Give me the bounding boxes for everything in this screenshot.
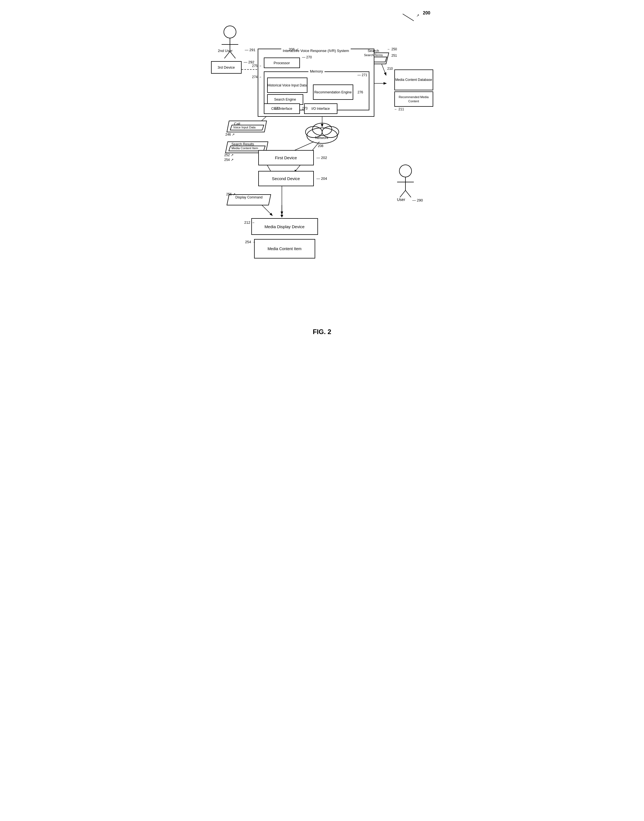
second-user-label: 2nd User (218, 49, 233, 53)
svg-line-9 (257, 200, 272, 215)
first-device-box: First Device (258, 150, 314, 165)
ref-254-mid: 254 ↗ (224, 158, 233, 162)
svg-point-19 (224, 26, 236, 38)
ref-292: — 292 (244, 60, 255, 64)
ref-250: ← 250 (387, 47, 397, 51)
ref-206: 206 ↙ (289, 47, 299, 51)
svg-line-17 (400, 191, 405, 197)
ref-270: — 270 (302, 55, 312, 59)
ref-252: 252 ↗ (224, 153, 233, 157)
voice-input-label: Voice Input Data (233, 126, 256, 129)
recommended-media-label: Recommended Media Content (395, 95, 433, 103)
ref-271: — 271 (357, 73, 367, 77)
ref-251: 251 (391, 54, 397, 57)
recommended-media-box: Recommended Media Content (394, 91, 433, 107)
second-device-box: Second Device (258, 171, 314, 186)
chat-interface-box: Chat Interface (264, 103, 300, 114)
third-device-box: 3rd Device (211, 61, 242, 74)
ref-291: — 291 (245, 48, 256, 52)
network-label: Network (315, 135, 328, 140)
search-results-label: Search Results (232, 142, 254, 146)
ref-210: 210 (387, 67, 393, 71)
processor-box: Processor (264, 57, 300, 68)
media-content-item-results-label: Media Content Item (232, 146, 258, 150)
ref-212: 212 → (244, 220, 255, 224)
display-command-label: Display Command (236, 195, 263, 199)
recommendation-engine-box: Recommendation Engine (313, 85, 353, 100)
svg-marker-36 (281, 215, 283, 218)
search-area: Search Search Terms ← 250 251 (358, 49, 389, 57)
historical-voice-box: Historical Voice Input Data (267, 78, 307, 93)
svg-line-0 (403, 14, 414, 21)
ref-274: 274 → (252, 75, 262, 79)
svg-line-18 (405, 191, 411, 197)
search-terms-label: Search Terms (358, 53, 389, 57)
ref-211: ← 211 (394, 107, 433, 111)
svg-line-6 (380, 61, 386, 75)
ref-204: — 204 (317, 177, 327, 181)
ref-200-arrow: ↗ (416, 13, 419, 17)
ref-273: 273 (302, 106, 308, 110)
search-label: Search (358, 49, 389, 53)
ref-254-bottom: 254 → (245, 240, 256, 244)
call-label: Call (234, 122, 240, 126)
ref-272: 272 (274, 106, 280, 110)
ref-276: 276 (358, 90, 363, 94)
user-label: User (397, 197, 405, 202)
diagram-container: 200 ↗ 2nd User — 291 3rd Device — 292 In… (203, 6, 442, 320)
ref-208: 208 (318, 144, 324, 148)
ref-275: 275 → (252, 64, 262, 68)
arrow-to-media-display (281, 205, 286, 218)
ref-256: 256 ↗ (226, 192, 236, 196)
figure-title: FIG. 2 (203, 328, 442, 336)
media-db-area: Media Content Database Recommended Media… (394, 69, 433, 111)
ref-202: — 202 (317, 156, 327, 160)
media-display-device-box: Media Display Device (251, 218, 318, 235)
ref-246: 246 ↗ (225, 132, 235, 137)
media-db-label: Media Content Database (395, 78, 432, 82)
svg-point-27 (313, 123, 332, 135)
ref-200: 200 (423, 11, 431, 15)
io-interface-box: I/O Interface (304, 103, 337, 114)
ref-290: — 290 (412, 198, 423, 202)
media-content-item-box: Media Content Item (254, 239, 315, 258)
media-db-box: Media Content Database (394, 69, 433, 90)
memory-label: Memory (308, 69, 325, 73)
svg-point-14 (399, 165, 412, 177)
